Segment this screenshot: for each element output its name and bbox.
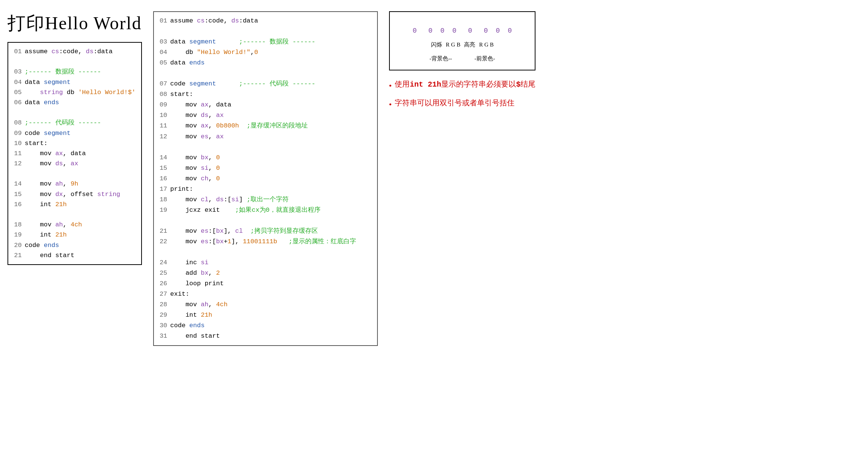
line-number: 21 [13,250,22,260]
line-number: 27 [159,289,167,299]
left-code-box: 01assume cs:code, ds:data 03;------ 数据段 … [7,42,142,265]
code-line: 09code segment [13,128,136,138]
line-number: 26 [159,278,167,289]
line-number: 30 [159,320,167,331]
code-line: 15 mov dx, offset string [13,189,136,199]
notes-list: • 使用int 21h显示的字符串必须要以$结尾 • 字符串可以用双引号或者单引… [389,78,536,115]
code-line [159,68,372,79]
line-number: 17 [159,184,167,195]
line-number: 04 [159,47,167,58]
line-number: 03 [159,37,167,47]
code-line: 25 add bx, 2 [159,268,372,278]
code-line: 05 string db 'Hello World!$' [13,87,136,97]
attribute-box: 0 0 0 0 0 0 0 0 闪烁 R G B 高亮 R G [389,11,536,70]
line-number: 08 [13,118,22,128]
code-line: 16 int 21h [13,199,136,210]
line-number: 16 [13,199,22,210]
code-line: 31 end start [159,331,372,341]
line-number: 11 [159,121,167,131]
bit2: 0 [481,25,491,37]
line-number: 31 [159,331,167,341]
code-line [13,57,136,67]
keyword-dollar: $ [516,80,521,89]
line-number: 21 [159,226,167,236]
bit6: 0 [425,25,435,37]
bit1: 0 [493,25,503,37]
code-line: 20code ends [13,240,136,250]
line-number: 18 [13,220,22,230]
code-line: 22 mov es:[bx+1], 11001111b ;显示的属性：红底白字 [159,236,372,247]
code-line: 10 mov ds, ax [159,110,372,121]
line-number: 18 [159,195,167,205]
code-line [159,142,372,153]
page-title: 打印Hello World [7,11,142,35]
line-number: 07 [159,79,167,89]
code-line: 03data segment ;------ 数据段 ------ [159,37,372,47]
code-line: 08start: [159,89,372,100]
bit5: 0 [437,25,447,37]
fg-color-label: -前景色- [474,54,495,64]
line-number: 24 [159,257,167,268]
bullet-text-2: 字符串可以用双引号或者单引号括住 [395,97,515,109]
line-number: 01 [13,46,22,57]
right-section: 0 0 0 0 0 0 0 0 闪烁 R G B 高亮 R G [389,11,536,115]
code-line [159,216,372,226]
code-line: 18 mov cl, ds:[si] ;取出一个字符 [159,195,372,205]
code-line: 12 mov ds, ax [13,159,136,169]
line-number: 15 [13,189,22,199]
code-line: 18 mov ah, 4ch [13,220,136,230]
bit4: 0 [449,25,459,37]
bit3: 0 [465,25,475,37]
line-number: 20 [13,240,22,250]
g-label-bg: G [451,40,455,50]
line-number: 25 [159,268,167,278]
line-number: 19 [13,230,22,240]
bullet-item-1: • 使用int 21h显示的字符串必须要以$结尾 [389,78,536,93]
line-number: 10 [159,110,167,121]
line-number: 16 [159,174,167,184]
line-number: 01 [159,16,167,26]
code-line: 28 mov ah, 4ch [159,299,372,310]
blink-label: 闪烁 [431,40,442,50]
code-line: 26 loop print [159,278,372,289]
line-number: 04 [13,77,22,87]
middle-code-box: 01assume cs:code, ds:data 03data segment… [153,11,378,346]
code-line: 11 mov ax, 0b800h ;显存缓冲区的段地址 [159,121,372,131]
bullet-item-2: • 字符串可以用双引号或者单引号括住 [389,97,536,111]
code-line: 14 mov bx, 0 [159,153,372,163]
code-line: 01assume cs:code, ds:data [13,46,136,57]
code-line: 30code ends [159,320,372,331]
bullet-dot-2: • [389,97,392,111]
code-line [13,108,136,118]
code-line: 10start: [13,138,136,148]
b-label-bg: B [456,40,460,50]
line-number: 11 [13,148,22,159]
b-label-fg: B [490,40,494,50]
code-line [159,26,372,37]
code-line: 08;------ 代码段 ------ [13,118,136,128]
code-line: 01assume cs:code, ds:data [159,16,372,26]
line-number: 08 [159,89,167,100]
keyword-int21h: int 21h [410,80,441,89]
code-line: 27exit: [159,289,372,299]
code-line: 17print: [159,184,372,195]
line-number: 09 [13,128,22,138]
code-line: 21 end start [13,250,136,260]
code-line: 12 mov es, ax [159,132,372,142]
bg-color-label: -背景色-- [430,54,452,64]
code-line: 05data ends [159,58,372,68]
code-line: 19 jcxz exit ;如果cx为0，就直接退出程序 [159,205,372,216]
code-line: 04 db "Hello World!",0 [159,47,372,58]
code-line: 24 inc si [159,257,372,268]
code-line: 29 int 21h [159,310,372,320]
line-number: 06 [13,97,22,108]
bit0: 0 [505,25,515,37]
bullet-dot-1: • [389,79,392,93]
line-number: 15 [159,163,167,174]
line-number: 12 [159,132,167,142]
left-section: 打印Hello World 01assume cs:code, ds:data … [7,11,142,265]
line-number: 05 [13,87,22,97]
code-line: 04data segment [13,77,136,87]
highlight-label: 高亮 [464,40,475,50]
code-line [159,247,372,257]
